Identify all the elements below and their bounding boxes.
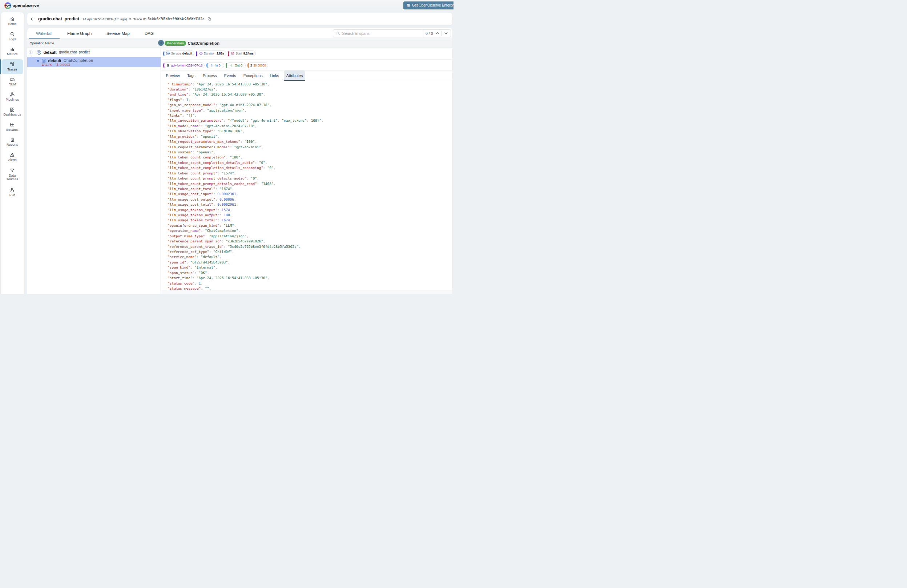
sidebar-item-traces[interactable]: Traces <box>2 59 24 74</box>
sidebar-item-iam[interactable]: IAM <box>1 184 24 200</box>
tree-connector-horizontal <box>32 61 35 61</box>
attribute-line: "llm_usage_cost_input": 0.0002361, <box>168 192 452 197</box>
attribute-line: "status_code": 1, <box>168 281 452 286</box>
span-tree: 1 default gradio.chat_predict default Ch… <box>27 48 161 67</box>
brand-name: openobserve <box>13 3 39 8</box>
sidebar-item-label: IAM <box>10 193 15 197</box>
chip-text: $0.00000 <box>253 64 266 67</box>
collapse-count-badge[interactable]: 1 <box>29 51 33 54</box>
back-button[interactable] <box>30 17 35 21</box>
span-chip-duration: Duration1.86s <box>197 51 226 57</box>
detail-tab-attributes[interactable]: Attributes <box>284 70 305 81</box>
tree-connector-vertical <box>32 55 32 61</box>
sidebar-item-streams[interactable]: Streams <box>1 120 24 135</box>
operation-name-header: Operation Name <box>27 39 161 48</box>
page: openobserve Get OpenObserve Enterprise H… <box>0 0 454 294</box>
sidebar-item-reports[interactable]: Reports <box>1 135 24 150</box>
iam-icon <box>10 187 15 192</box>
tab-dag[interactable]: DAG <box>137 28 161 38</box>
attribute-line: "llm_provider": "openai", <box>168 134 452 139</box>
detail-tab-links[interactable]: Links <box>268 70 281 81</box>
arrow-up-icon <box>210 64 214 67</box>
sidebar-item-metrics[interactable]: Metrics <box>1 44 24 59</box>
detail-tab-process[interactable]: Process <box>200 70 219 81</box>
view-tabs: WaterfallFlame GraphService MapDAG <box>29 28 161 38</box>
chip-text: Out 0 <box>235 64 242 67</box>
sidebar-item-home[interactable]: Home <box>1 14 24 29</box>
span-row-root[interactable]: 1 default gradio.chat_predict <box>27 48 161 58</box>
detail-tab-exceptions[interactable]: Exceptions <box>241 70 265 81</box>
detail-tab-preview[interactable]: Preview <box>163 70 182 81</box>
attribute-line: "flags": 1, <box>168 98 452 103</box>
tab-service-map[interactable]: Service Map <box>99 28 137 38</box>
span-search-box: 0 / 0 <box>333 29 451 38</box>
attribute-line: "llm_token_count_total": "1674", <box>168 186 452 192</box>
attribute-line: "llm_usage_cost_total": 0.0002961, <box>168 202 452 207</box>
enterprise-button-wrap: Get OpenObserve Enterprise <box>403 1 454 10</box>
metrics-icon <box>10 47 15 52</box>
chip-value: 9.24ms <box>244 51 254 55</box>
reports-icon <box>10 137 15 143</box>
sidebar-item-alerts[interactable]: Alerts <box>1 150 24 165</box>
attribute-line: "llm_token_count_completion_details_reas… <box>168 165 452 170</box>
sidebar-item-dashboards[interactable]: Dashboards <box>1 104 24 120</box>
span-row-selected[interactable]: default ChatCompletion Σ 1.7K $ 0.0003 <box>27 57 161 67</box>
traces-icon <box>10 62 15 67</box>
attribute-line: "reference_ref_type": "ChildOf", <box>168 249 452 255</box>
trace-id-label: Trace ID: <box>133 17 147 21</box>
span-operation-name: gradio.chat_predict <box>59 50 90 54</box>
sidebar: HomeLogsMetricsTracesRUMPipelinesDashboa… <box>1 12 24 294</box>
sidebar-item-label: Alerts <box>8 158 16 162</box>
openobserve-logo-icon <box>4 2 12 10</box>
attribute-line: "llm_observation_type": "GENERATION", <box>168 129 452 134</box>
trace-timestamp: 24 Apr 16:54:41:829 (1m ago) <box>82 17 127 21</box>
search-next-button[interactable] <box>444 31 449 35</box>
detail-tab-events[interactable]: Events <box>222 70 239 81</box>
copy-trace-id-button[interactable] <box>207 17 212 21</box>
span-chip-dollar: $$0.00000 <box>248 62 268 69</box>
search-prev-button[interactable] <box>435 31 440 35</box>
attribute-line: "llm_usage_tokens_total": 1674, <box>168 218 452 223</box>
attribute-line: "llm_token_count_completion_details_audi… <box>168 160 452 165</box>
trace-content-card: WaterfallFlame GraphService MapDAG 0 / 0… <box>27 28 452 294</box>
span-chip-arrow-down: Out 0 <box>226 62 246 69</box>
attribute-line: "output_mime_type": "application/json", <box>168 234 452 239</box>
sidebar-item-data-sources[interactable]: Datasources <box>1 165 24 184</box>
trace-panels: Operation Name 1 default gradio.chat_pre… <box>27 39 452 294</box>
span-search-input[interactable] <box>340 31 422 35</box>
horizontal-scrollbar-track[interactable] <box>161 290 452 294</box>
get-enterprise-button[interactable]: Get OpenObserve Enterprise <box>403 2 454 10</box>
span-kind-badge: Generation <box>165 41 186 46</box>
sidebar-item-label: Home <box>8 22 17 26</box>
attribute-line: "llm_token_count_prompt_details_audio": … <box>168 176 452 181</box>
sidebar-item-pipelines[interactable]: Pipelines <box>1 90 24 105</box>
tab-waterfall[interactable]: Waterfall <box>29 28 60 38</box>
sidebar-item-label: Dashboards <box>3 113 21 117</box>
service-icon <box>42 59 46 63</box>
search-match-count: 0 / 0 <box>426 31 433 35</box>
span-detail-header: Generation ChatCompletion <box>161 39 452 48</box>
sidebar-item-rum[interactable]: RUM <box>1 74 24 90</box>
tab-flame-graph[interactable]: Flame Graph <box>59 28 99 38</box>
attribute-line: "gen_ai_response_model": "gpt-4o-mini-20… <box>168 103 452 107</box>
alerts-icon <box>10 152 15 157</box>
logs-icon <box>10 32 15 37</box>
sidebar-item-logs[interactable]: Logs <box>1 29 24 44</box>
topbar: openobserve Get OpenObserve Enterprise <box>0 0 454 11</box>
attribute-line: "llm_usage_tokens_output": 100, <box>168 213 452 218</box>
search-nav: 0 / 0 <box>422 30 450 37</box>
detail-tab-tags[interactable]: Tags <box>184 70 198 81</box>
span-meta-chips-row2: gpt-4o-mini-2024-07-18In 0Out 0$$0.00000 <box>161 59 452 71</box>
drag-handle[interactable] <box>158 40 164 46</box>
sidebar-item-label: Logs <box>9 37 16 42</box>
brand[interactable]: openobserve <box>4 2 39 10</box>
chip-text: gpt-4o-mini-2024-07-18 <box>171 64 203 67</box>
rum-icon <box>10 77 15 82</box>
attribute-line: "llm_token_count_prompt": "1574", <box>168 171 452 176</box>
tree-leaf-dot <box>37 60 39 62</box>
trace-id-value: 5c40c5e765b8ee3f6fd4e28b5fa5362c <box>148 18 204 21</box>
chip-value: default <box>183 51 192 55</box>
attribute-line: "service_name": "default", <box>168 255 452 260</box>
datasources-icon <box>10 168 15 173</box>
span-detail-title: ChatCompletion <box>187 41 220 45</box>
